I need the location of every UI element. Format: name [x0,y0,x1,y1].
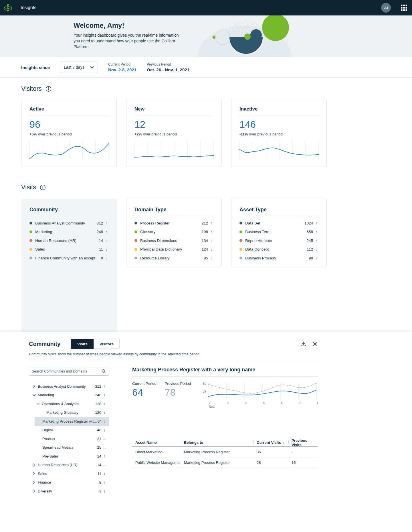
category-dot-icon [29,222,32,224]
visitor-card-title: Inactive [239,106,318,115]
category-dot-icon [134,230,137,233]
chevron-right-icon[interactable] [32,472,36,475]
table-header-current-visits[interactable]: Current Visits↑ [253,439,288,446]
top-navigation-bar: Insights AI [0,0,412,15]
tree-item-operations-analytics[interactable]: Operations & Analytics128↑ [29,399,109,408]
chevron-right-icon[interactable] [32,385,36,388]
tree-item-pre-sales[interactable]: Pre-Sales14↑ [29,452,109,461]
chevron-right-icon[interactable] [32,481,36,484]
trend-down-icon: ↓ [103,419,107,423]
svg-text:25: 25 [203,390,206,393]
search-icon[interactable] [101,369,106,374]
category-label: Marketing [35,230,96,234]
current-period-stat: Current Period 64 [132,381,157,409]
trend-up-icon: ↑ [102,454,107,458]
trend-down-icon: ↓ [104,256,108,260]
trend-down-icon: ↓ [102,410,107,415]
visits-card-title: Community [29,207,108,216]
trend-up-icon: ↑ [314,230,318,234]
chevron-down-icon[interactable] [32,393,36,397]
tree-item-value: 8 [99,480,101,484]
panel-header: Community VisitsVisitors [29,339,318,349]
welcome-banner: Welcome, Amy! Your insights dashboard gi… [0,15,412,57]
tab-visitors[interactable]: Visitors [94,339,120,349]
tree-item-diversity[interactable]: Diversity3↓ [29,487,109,496]
visitor-card-title: Active [29,106,108,115]
visits-card-asset-type[interactable]: Asset TypeData Set1024↑Business Term658↑… [231,199,327,266]
trend-up-icon: ↑ [209,238,213,243]
svg-text:2: 2 [209,401,211,405]
trend-up-icon: ↑ [102,401,107,406]
tree-search-box [29,367,109,376]
tree-item-marketing-process-register-with-a[interactable]: Marketing Process Register with a...64↓ [35,417,109,426]
info-icon[interactable] [45,86,52,92]
category-value: 134 [201,239,208,243]
visits-card-row: Business Process98↓ [239,254,318,263]
tree-item-value: 64 [98,419,102,423]
category-dot-icon [239,248,242,251]
table-cell: Marketing Process Register [181,450,253,454]
table-header-belongs-to[interactable]: Belongs to [181,439,253,446]
tree-item-human-resources-hr[interactable]: Human Resources (HR)14← [29,461,109,470]
chevron-right-icon[interactable] [32,463,36,467]
asset-detail-column: Marketing Process Register with a very l… [132,367,318,496]
user-avatar[interactable]: AI [381,3,391,13]
category-label: Physical Data Dictionary [140,247,201,251]
table-cell: 36 [253,450,288,454]
tree-item-marketing-glossary[interactable]: Marketing Glossary120↓ [29,408,109,417]
tree-item-business-analyst-community[interactable]: Business Analyst Community312↑ [29,382,109,391]
tree-item-marketing[interactable]: Marketing248↑ [29,391,109,400]
download-button[interactable] [301,341,306,347]
current-period-label: Current Period [108,62,136,66]
visits-card-row: Resource Library85↓ [134,254,213,263]
category-label: Process Register [140,221,201,225]
visitor-card-delta: -11% over previous period [239,132,318,136]
download-icon [301,341,306,347]
current-period-value: Nov. 2-8, 2021 [108,67,136,72]
svg-text:Nov.: Nov. [209,405,215,408]
tree-item-sales[interactable]: Sales11↓ [29,469,109,478]
svg-text:3: 3 [227,401,229,405]
visits-card-domain-type[interactable]: Domain TypeProcess Register212↑Glossary1… [126,199,222,266]
app-switcher-button[interactable] [396,0,412,15]
close-icon [312,341,318,346]
table-header-asset-name[interactable]: Asset Name [132,439,181,446]
category-label: Business Process [245,256,309,260]
info-icon[interactable] [40,184,46,190]
table-header-label: Asset Name [135,440,157,445]
trend-up-icon: ↑ [314,238,318,243]
table-header-previous-visits[interactable]: Previous Visits [288,439,318,446]
trend-up-icon: ↑ [314,221,318,225]
table-cell: Marketing Process Register [181,460,253,465]
collibra-logo[interactable] [0,0,16,15]
category-dot-icon [239,230,242,233]
insights-since-label: Insights since [21,65,50,70]
sort-ascending-icon: ↑ [283,440,285,445]
visits-card-row: Finance Community with an except...8↓ [29,254,108,263]
category-dot-icon [134,257,137,259]
trend-up-icon: ↑ [209,230,213,234]
chevron-down-icon[interactable] [36,402,40,405]
visits-card-row: Business Dimensions134↑ [134,236,213,245]
close-panel-button[interactable] [312,341,318,346]
search-input[interactable] [32,369,101,373]
tree-item-value: 11 [98,472,102,476]
date-range-dropdown[interactable]: Last 7 days [60,62,98,73]
tab-visits[interactable]: Visits [71,339,94,349]
tree-item-finance[interactable]: Finance8↑ [29,478,109,487]
svg-text:7: 7 [299,401,301,405]
visits-heading-text: Visits [21,184,36,191]
tree-item-digital[interactable]: Digital48↓ [29,426,109,435]
tree-item-label: Marketing Glossary [46,410,78,415]
visitor-card-value: 96 [29,119,108,130]
tree-item-product[interactable]: Product31← [29,434,109,443]
tree-item-spearhead-metrics[interactable]: Spearhead Metrics25← [29,443,109,452]
trend-up-icon: ↑ [102,384,107,389]
visitor-card-active: Active96+5% over previous period [21,99,117,167]
category-dot-icon [134,248,137,251]
category-value: 658 [306,230,313,234]
chevron-right-icon[interactable] [32,489,36,493]
table-row: Direct MarketingMarketing Process Regist… [132,447,318,457]
visits-card-community[interactable]: CommunityBusiness Analyst Community312↑M… [21,199,117,332]
grid-icon [401,5,407,11]
